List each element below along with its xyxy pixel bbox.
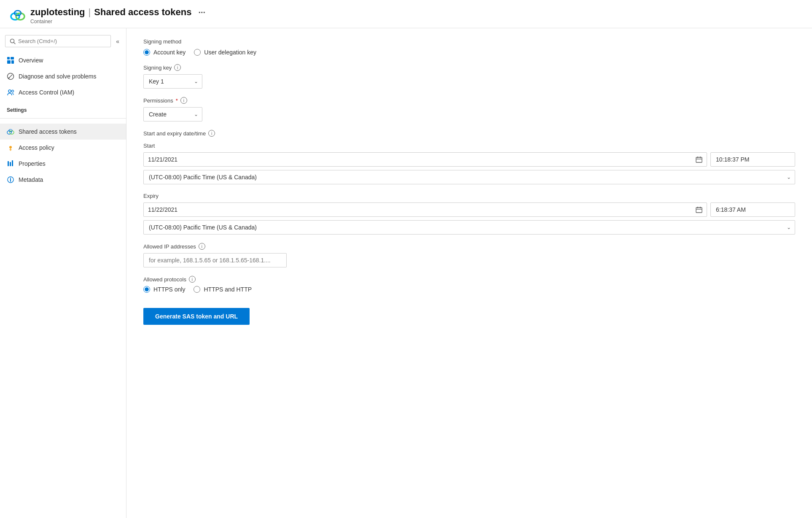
permissions-info-icon[interactable]: i (180, 97, 187, 104)
sidebar-item-access-policy[interactable]: Access policy (0, 140, 126, 156)
permissions-field-label: Permissions * i (143, 97, 795, 104)
allowed-protocols-field-label: Allowed protocols i (143, 276, 795, 283)
https-and-http-label: HTTPS and HTTP (204, 286, 252, 293)
user-delegation-key-option[interactable]: User delegation key (194, 49, 256, 56)
sidebar-item-metadata-label: Metadata (19, 176, 43, 183)
permissions-select[interactable]: Read Add Create Write Delete List (143, 107, 202, 121)
https-and-http-option[interactable]: HTTPS and HTTP (194, 286, 252, 293)
start-calendar-icon[interactable] (696, 156, 702, 163)
sidebar-item-metadata[interactable]: Metadata (0, 172, 126, 188)
collapse-sidebar-button[interactable]: « (114, 36, 121, 46)
start-time-input[interactable] (710, 152, 795, 167)
azure-logo-icon (10, 8, 25, 23)
signing-key-info-icon[interactable]: i (174, 64, 181, 71)
https-and-http-radio[interactable] (194, 286, 200, 293)
permissions-required-marker: * (176, 97, 178, 104)
sidebar-item-properties[interactable]: Properties (0, 156, 126, 172)
start-tz-select-wrapper: (UTC-08:00) Pacific Time (US & Canada) (… (143, 170, 795, 184)
search-input-wrapper[interactable] (5, 35, 111, 47)
allowed-ip-info-icon[interactable]: i (199, 243, 205, 250)
sidebar-search-row: « (0, 35, 126, 52)
signing-key-select-wrapper: Key 1 Key 2 ⌄ (143, 74, 202, 89)
metadata-icon (7, 176, 14, 183)
sidebar-item-diagnose[interactable]: Diagnose and solve problems (0, 68, 126, 84)
start-date-time-row (143, 152, 795, 167)
sidebar-item-shared-access-tokens-label: Shared access tokens (19, 128, 77, 135)
user-delegation-key-label: User delegation key (204, 49, 256, 56)
expiry-calendar-icon[interactable] (696, 206, 702, 213)
diagnose-icon (7, 73, 14, 80)
content-area: Signing method Account key User delegati… (126, 28, 812, 518)
allowed-protocols-block: Allowed protocols i HTTPS only HTTPS and… (143, 276, 795, 293)
sidebar-item-diagnose-label: Diagnose and solve problems (19, 73, 96, 80)
expiry-tz-select-wrapper: (UTC-08:00) Pacific Time (US & Canada) (… (143, 220, 795, 235)
svg-rect-28 (696, 208, 702, 213)
title-separator: | (89, 7, 91, 18)
svg-rect-8 (11, 60, 14, 64)
date-time-info-icon[interactable]: i (208, 130, 215, 137)
svg-line-4 (14, 42, 16, 44)
permissions-label-text: Permissions (143, 97, 173, 104)
signing-key-block: Signing key i Key 1 Key 2 ⌄ (143, 64, 795, 89)
expiry-date-wrapper[interactable] (143, 202, 707, 217)
sidebar: « Overview (0, 28, 126, 518)
svg-rect-20 (12, 160, 13, 166)
svg-point-23 (10, 178, 11, 178)
svg-point-17 (9, 146, 12, 148)
svg-line-10 (9, 75, 12, 78)
header-subtitle: Container (30, 19, 205, 24)
search-icon (10, 38, 16, 44)
https-only-radio[interactable] (143, 286, 150, 293)
signing-key-select[interactable]: Key 1 Key 2 (143, 74, 202, 89)
sidebar-item-overview[interactable]: Overview (0, 52, 126, 68)
signing-method-radio-group: Account key User delegation key (143, 49, 795, 56)
sidebar-item-iam[interactable]: Access Control (IAM) (0, 84, 126, 100)
start-tz-select[interactable]: (UTC-08:00) Pacific Time (US & Canada) (… (143, 170, 795, 184)
signing-key-field-label: Signing key i (143, 64, 795, 71)
resource-name: zuplotesting (30, 7, 85, 18)
allowed-ip-input[interactable] (143, 253, 287, 267)
https-only-option[interactable]: HTTPS only (143, 286, 185, 293)
start-date-input[interactable] (148, 153, 696, 166)
svg-rect-6 (11, 57, 14, 59)
sidebar-item-iam-label: Access Control (IAM) (19, 89, 74, 96)
svg-point-13 (12, 90, 14, 92)
overview-icon (7, 57, 14, 64)
protocols-radio-group: HTTPS only HTTPS and HTTP (143, 286, 795, 293)
expiry-time-input[interactable] (710, 202, 795, 217)
signing-method-block: Signing method Account key User delegati… (143, 38, 795, 56)
sidebar-item-access-policy-label: Access policy (19, 144, 54, 151)
account-key-radio[interactable] (143, 49, 150, 56)
svg-rect-5 (7, 57, 10, 59)
sidebar-item-overview-label: Overview (19, 57, 43, 64)
allowed-protocols-label-text: Allowed protocols (143, 276, 186, 283)
generate-sas-button[interactable]: Generate SAS token and URL (143, 308, 250, 325)
sidebar-item-shared-access-tokens[interactable]: Shared access tokens (0, 124, 126, 140)
signing-method-label: Signing method (143, 38, 795, 45)
svg-point-12 (8, 90, 11, 92)
expiry-date-input[interactable] (148, 203, 696, 216)
svg-rect-19 (10, 162, 11, 166)
svg-rect-24 (696, 157, 702, 162)
start-date-block: Start (UTC-08:00) (143, 143, 795, 184)
date-time-label-text: Start and expiry date/time (143, 130, 206, 137)
expiry-tz-select[interactable]: (UTC-08:00) Pacific Time (US & Canada) (… (143, 220, 795, 235)
svg-rect-7 (7, 60, 11, 64)
app-container: zuplotesting | Shared access tokens ··· … (0, 0, 812, 518)
signing-key-label-text: Signing key (143, 65, 172, 71)
user-delegation-key-radio[interactable] (194, 49, 201, 56)
expiry-date-block: Expiry (UTC-08:00) (143, 193, 795, 235)
access-policy-icon (7, 144, 14, 151)
account-key-option[interactable]: Account key (143, 49, 186, 56)
shared-access-tokens-icon (7, 128, 14, 135)
allowed-protocols-info-icon[interactable]: i (189, 276, 196, 283)
page-header: zuplotesting | Shared access tokens ··· … (0, 0, 812, 28)
allowed-ip-label-text: Allowed IP addresses (143, 243, 196, 250)
account-key-label: Account key (153, 49, 186, 56)
start-label: Start (143, 143, 795, 149)
header-ellipsis-menu[interactable]: ··· (198, 8, 205, 17)
allowed-ip-block: Allowed IP addresses i (143, 243, 795, 267)
search-input[interactable] (18, 38, 106, 44)
start-date-wrapper[interactable] (143, 152, 707, 167)
https-only-label: HTTPS only (153, 286, 185, 293)
